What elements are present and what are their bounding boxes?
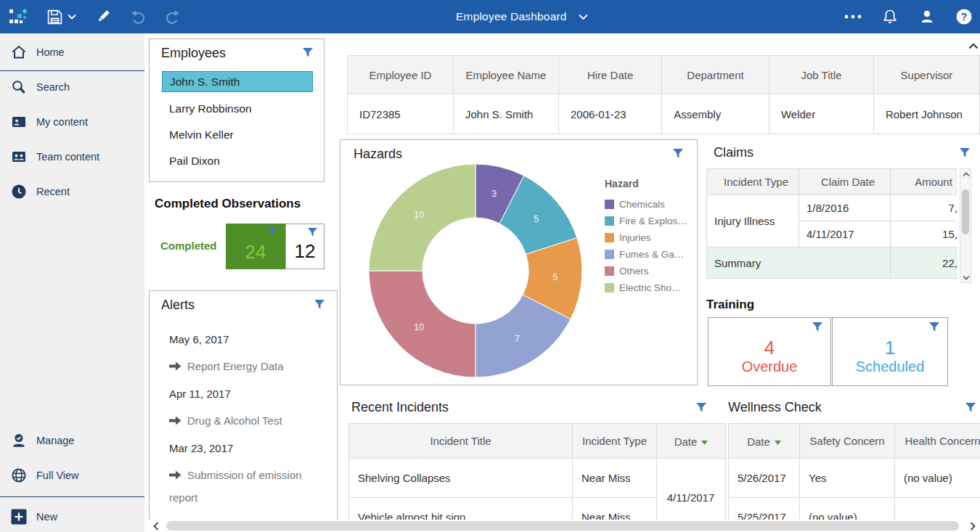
legend-swatch bbox=[605, 266, 614, 276]
column-header[interactable]: Incident Type bbox=[573, 424, 657, 459]
sidebar-item-team-content[interactable]: Team content bbox=[0, 139, 144, 174]
cell-claim-date: 1/8/2016 bbox=[799, 195, 891, 221]
recent-clock-icon bbox=[10, 183, 28, 200]
legend-item[interactable]: Others bbox=[605, 263, 693, 279]
filter-icon[interactable] bbox=[302, 47, 314, 61]
sidebar-item-manage[interactable]: Manage bbox=[0, 423, 144, 458]
horizontal-scrollbar[interactable] bbox=[149, 520, 980, 532]
table-row[interactable]: Injury Illness 1/8/2016 7,000 bbox=[707, 195, 958, 221]
app-logo-icon[interactable] bbox=[9, 9, 29, 25]
filter-icon[interactable] bbox=[307, 227, 318, 240]
notifications-bell-icon[interactable] bbox=[881, 8, 899, 25]
alert-item[interactable]: Submission of emission report bbox=[169, 464, 323, 509]
filter-icon[interactable] bbox=[928, 322, 940, 335]
filter-icon[interactable] bbox=[965, 402, 976, 416]
column-header[interactable]: Department bbox=[662, 56, 769, 94]
table-row[interactable]: Shelving Collapses Near Miss 4/11/2017 bbox=[349, 459, 726, 498]
legend-item[interactable]: Fumes & Ga… bbox=[605, 246, 693, 263]
cell-department: Assembly bbox=[662, 94, 769, 134]
column-header[interactable]: Employee ID bbox=[348, 56, 454, 94]
sidebar-item-label: Recent bbox=[36, 186, 70, 197]
hazards-donut-chart: 35571010 bbox=[363, 158, 588, 383]
training-overdue-card[interactable]: 4 Overdue bbox=[708, 317, 831, 386]
filter-icon[interactable] bbox=[695, 402, 707, 416]
legend-item[interactable]: Electric Sho… bbox=[605, 279, 693, 296]
legend-item[interactable]: Chemicals bbox=[605, 196, 693, 213]
filter-icon[interactable] bbox=[267, 226, 278, 240]
column-header-sorted[interactable]: Date bbox=[657, 424, 726, 459]
column-header[interactable]: Employee Name bbox=[454, 56, 559, 94]
scroll-right-icon[interactable] bbox=[967, 520, 979, 531]
sidebar-item-new[interactable]: New bbox=[0, 499, 144, 532]
completed-count-card[interactable]: 24 bbox=[226, 224, 285, 269]
column-header[interactable]: Incident Type bbox=[707, 169, 799, 195]
scroll-up-icon[interactable] bbox=[961, 169, 971, 179]
completed-primary-value: 24 bbox=[226, 241, 285, 263]
save-icon[interactable] bbox=[46, 9, 63, 25]
dashboard-title-dropdown[interactable]: Employee Dashboard bbox=[456, 0, 588, 33]
filter-icon[interactable] bbox=[959, 147, 971, 161]
observations-count-card[interactable]: 12 bbox=[285, 224, 324, 269]
page-scroll-up-icon[interactable] bbox=[968, 39, 979, 52]
column-header-sorted[interactable]: Date bbox=[729, 424, 800, 459]
legend-item[interactable]: Fire & Explos… bbox=[605, 213, 693, 229]
scrollbar-thumb[interactable] bbox=[166, 521, 959, 531]
table-header-row: Employee ID Employee Name Hire Date Depa… bbox=[348, 56, 980, 94]
sidebar-item-label: Home bbox=[36, 46, 65, 58]
donut-slice-value: 3 bbox=[491, 189, 497, 199]
legend-label: Injuries bbox=[619, 232, 651, 243]
more-options-icon[interactable] bbox=[844, 15, 862, 19]
list-item-employee[interactable]: Pail Dixon bbox=[162, 148, 313, 174]
sidebar-item-search[interactable]: Search bbox=[0, 70, 144, 105]
column-header[interactable]: Supervisor bbox=[873, 56, 979, 94]
team-content-icon bbox=[10, 148, 28, 165]
arrow-right-icon bbox=[169, 470, 181, 480]
employee-dashboard-app: Employee Dashboard bbox=[0, 0, 980, 532]
edit-pencil-icon[interactable] bbox=[95, 9, 111, 25]
sidebar-item-recent[interactable]: Recent bbox=[0, 174, 144, 209]
list-item-employee[interactable]: Larry Robbinson bbox=[162, 96, 313, 122]
legend-swatch bbox=[605, 250, 614, 259]
filter-icon[interactable] bbox=[314, 299, 325, 313]
sidebar-item-home[interactable]: Home bbox=[0, 35, 144, 70]
undo-icon[interactable] bbox=[130, 9, 147, 25]
sidebar-item-my-content[interactable]: My content bbox=[0, 105, 144, 139]
column-header[interactable]: Job Title bbox=[769, 56, 873, 94]
cell-health-concern: (no value) bbox=[895, 459, 980, 498]
column-header[interactable]: Safety Concern bbox=[800, 424, 895, 459]
cell-claim-date: 4/11/2017 bbox=[799, 221, 891, 247]
legend-label: Electric Sho… bbox=[619, 282, 682, 293]
column-header[interactable]: Amount bbox=[891, 169, 958, 195]
alert-date: Apr 11, 2017 bbox=[169, 388, 323, 400]
redo-icon[interactable] bbox=[163, 9, 181, 25]
column-header[interactable]: Hire Date bbox=[558, 56, 661, 94]
column-header[interactable]: Claim Date bbox=[799, 169, 891, 195]
list-item-employee[interactable]: Melvin Keller bbox=[162, 122, 313, 148]
sidebar-item-full-view[interactable]: Full View bbox=[0, 458, 144, 493]
save-menu-chevron-icon[interactable] bbox=[68, 14, 76, 20]
list-item-employee-selected[interactable]: John S. Smith bbox=[162, 71, 313, 92]
column-header[interactable]: Health Concern bbox=[895, 424, 980, 459]
training-scheduled-card[interactable]: 1 Scheduled bbox=[832, 317, 948, 386]
cell-safety-concern: Yes bbox=[800, 459, 895, 498]
scroll-left-icon[interactable] bbox=[150, 520, 162, 531]
table-row[interactable]: 5/26/2017 Yes (no value) bbox=[729, 459, 980, 498]
legend-item[interactable]: Injuries bbox=[605, 229, 693, 246]
filter-icon[interactable] bbox=[672, 148, 684, 162]
new-plus-icon bbox=[10, 508, 28, 525]
column-header[interactable]: Incident Title bbox=[349, 424, 573, 459]
alert-item[interactable]: Drug & Alcohol Test bbox=[169, 409, 323, 432]
scroll-down-icon[interactable] bbox=[961, 272, 971, 282]
table-row[interactable]: ID72385 John S. Smith 2006-01-23 Assembl… bbox=[348, 94, 980, 134]
scrollbar-thumb[interactable] bbox=[962, 189, 969, 234]
claims-scrollbar[interactable] bbox=[960, 168, 971, 283]
legend-swatch bbox=[605, 283, 614, 292]
help-icon[interactable]: ? bbox=[955, 8, 973, 25]
sidebar-item-label: New bbox=[36, 511, 57, 523]
alert-item[interactable]: Report Energy Data bbox=[169, 355, 323, 377]
cell-date: 5/26/2017 bbox=[729, 459, 800, 498]
account-person-icon[interactable] bbox=[918, 8, 936, 25]
filter-icon[interactable] bbox=[812, 322, 823, 335]
employees-title: Employees bbox=[161, 46, 226, 61]
employees-list: John S. Smith Larry Robbinson Melvin Kel… bbox=[162, 68, 313, 174]
